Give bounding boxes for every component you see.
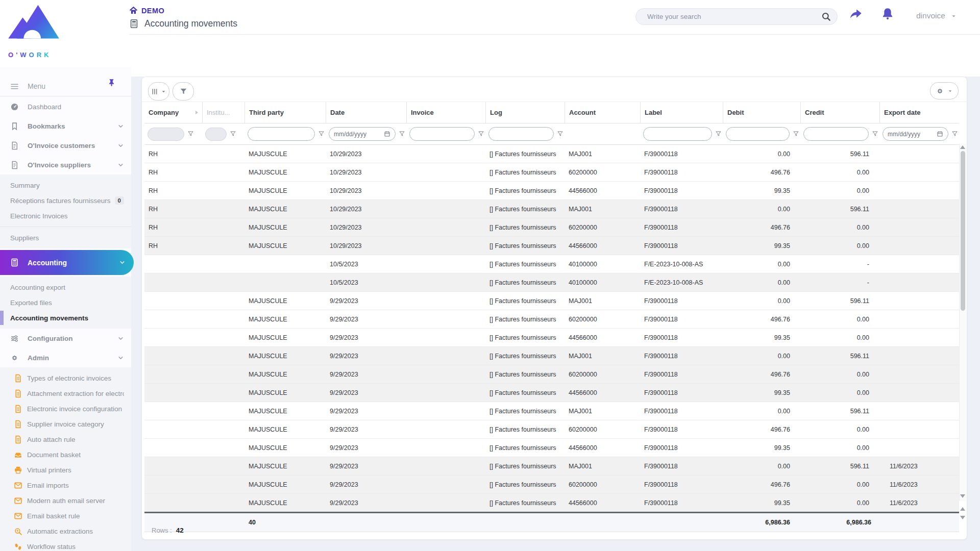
funnel-icon[interactable] <box>318 131 325 137</box>
calendar-icon[interactable] <box>937 131 943 137</box>
table-row[interactable]: RHMAJUSCULE10/29/2023[] Factures fournis… <box>144 145 959 163</box>
sidebar-item-auto-attach-rule[interactable]: Auto attach rule <box>0 432 131 447</box>
table-row[interactable]: MAJUSCULE9/29/2023[] Factures fournisseu… <box>144 384 959 402</box>
share-button[interactable] <box>849 8 864 23</box>
sidebar-item-virtual-printers[interactable]: Virtual printers <box>0 462 131 478</box>
filter-date-input[interactable]: mm/dd/yyyy <box>329 127 396 141</box>
funnel-icon[interactable] <box>715 131 722 137</box>
filter-text-input[interactable] <box>253 130 310 138</box>
table-row[interactable]: MAJUSCULE9/29/2023[] Factures fournisseu… <box>144 347 959 365</box>
column-header-account[interactable]: Account <box>565 102 640 123</box>
table-row[interactable]: 10/5/2023[] Factures fournisseurs4010000… <box>144 273 959 292</box>
totals-scroll-up-arrow[interactable] <box>960 507 965 511</box>
column-header-third-party[interactable]: Third party <box>244 102 326 123</box>
table-row[interactable]: MAJUSCULE9/29/2023[] Factures fournisseu… <box>144 292 959 310</box>
column-header-log[interactable]: Log <box>485 102 565 123</box>
column-header-label[interactable]: Label <box>640 102 723 123</box>
sidebar-item-document-basket[interactable]: Document basket <box>0 447 131 462</box>
vertical-scrollbar[interactable] <box>959 144 966 501</box>
cell: 99.35 <box>723 237 800 255</box>
sidebar-item-workflow-status[interactable]: Workflow status <box>0 539 131 551</box>
sidebar-item-supplier-invoice-category[interactable]: Supplier invoice category <box>0 416 131 432</box>
filter-text-input[interactable] <box>731 130 785 138</box>
sidebar-item-o-invoice-customers[interactable]: O'Invoice customers <box>0 136 131 155</box>
funnel-icon[interactable] <box>951 131 958 137</box>
user-menu[interactable]: dinvoice <box>916 11 957 20</box>
filter-text-input[interactable] <box>494 130 549 138</box>
table-row[interactable]: MAJUSCULE9/29/2023[] Factures fournisseu… <box>144 475 959 494</box>
sidebar-item-attachment-extraction-for-electron[interactable]: Attachment extraction for electron <box>0 386 131 401</box>
arrow-right-icon[interactable] <box>193 109 200 116</box>
sidebar-item-email-basket-rule[interactable]: Email basket rule <box>0 508 131 523</box>
column-header-company[interactable]: Company <box>144 102 202 123</box>
sidebar-item-accounting-movements[interactable]: Accounting movements <box>0 310 131 325</box>
funnel-icon[interactable] <box>793 131 799 137</box>
sidebar-item-electronic-invoices[interactable]: Electronic Invoices <box>0 208 131 223</box>
sidebar-item-o-invoice-suppliers[interactable]: O'Invoice suppliers <box>0 155 131 174</box>
search-icon[interactable] <box>821 12 831 21</box>
funnel-icon[interactable] <box>872 131 878 137</box>
funnel-icon[interactable] <box>399 131 405 137</box>
cell <box>202 402 244 420</box>
table-row[interactable]: RHMAJUSCULE10/29/2023[] Factures fournis… <box>144 182 959 200</box>
table-row[interactable]: RHMAJUSCULE10/29/2023[] Factures fournis… <box>144 218 959 237</box>
table-row[interactable]: RHMAJUSCULE10/29/2023[] Factures fournis… <box>144 163 959 182</box>
sidebar-item-exported-files[interactable]: Exported files <box>0 295 131 310</box>
sidebar-item-types-of-electronic-invoices[interactable]: Types of electronic invoices <box>0 370 131 386</box>
sidebar-item-bookmarks[interactable]: Bookmarks <box>0 116 131 136</box>
sidebar-item-accounting-export[interactable]: Accounting export <box>0 280 131 295</box>
breadcrumb[interactable]: DEMO <box>129 6 164 15</box>
sidebar-item-dashboard[interactable]: Dashboard <box>0 97 131 116</box>
column-header-invoice[interactable]: Invoice <box>406 102 485 123</box>
table-row[interactable]: 10/5/2023[] Factures fournisseurs4010000… <box>144 255 959 273</box>
table-header-row: CompanyInstitu...Third partyDateInvoiceL… <box>144 102 959 123</box>
columns-chooser-button[interactable] <box>148 82 169 101</box>
column-header-date[interactable]: Date <box>326 102 406 123</box>
sidebar-item-summary[interactable]: Summary <box>0 178 131 193</box>
totals-scroll-down-arrow[interactable] <box>960 516 965 519</box>
table-row[interactable]: MAJUSCULE9/29/2023[] Factures fournisseu… <box>144 310 959 329</box>
cell <box>202 439 244 457</box>
filter-date-input[interactable]: mm/dd/yyyy <box>883 127 948 141</box>
search-input[interactable] <box>646 12 821 21</box>
table-row[interactable]: MAJUSCULE9/29/2023[] Factures fournisseu… <box>144 365 959 384</box>
sidebar-item-suppliers[interactable]: Suppliers <box>0 230 131 245</box>
column-header-credit[interactable]: Credit <box>800 102 879 123</box>
table-settings-button[interactable] <box>930 82 959 99</box>
sidebar-item-automatic-extractions[interactable]: Automatic extractions <box>0 523 131 539</box>
column-header-export-date[interactable]: Export date <box>879 102 959 123</box>
column-header-debit[interactable]: Debit <box>723 102 800 123</box>
filter-text-input[interactable] <box>808 130 864 138</box>
scroll-down-arrow[interactable] <box>960 494 965 498</box>
sidebar-item-modern-auth-email-server[interactable]: Modern auth email server <box>0 493 131 508</box>
filter-text-input[interactable] <box>648 130 707 138</box>
column-header-institu-[interactable]: Institu... <box>202 102 244 123</box>
table-row[interactable]: MAJUSCULE9/29/2023[] Factures fournisseu… <box>144 420 959 439</box>
sidebar-item-email-imports[interactable]: Email imports <box>0 478 131 493</box>
cell: 10/29/2023 <box>326 237 406 255</box>
sidebar-item-admin[interactable]: Admin <box>0 348 131 367</box>
filter-text-input[interactable] <box>414 130 470 138</box>
calendar-icon[interactable] <box>384 131 390 137</box>
sidebar-item-configuration[interactable]: Configuration <box>0 329 131 348</box>
column-header-label: Third party <box>249 109 284 116</box>
funnel-icon[interactable] <box>230 131 236 137</box>
pin-sidebar-button[interactable] <box>107 78 118 89</box>
table-row[interactable]: RHMAJUSCULE10/29/2023[] Factures fournis… <box>144 200 959 218</box>
sidebar-item-r-ceptions-factures-fournisseurs[interactable]: Réceptions factures fournisseurs0 <box>0 193 131 208</box>
filter-toggle-button[interactable] <box>173 82 194 101</box>
scroll-up-arrow[interactable] <box>960 145 965 149</box>
table-row[interactable]: MAJUSCULE9/29/2023[] Factures fournisseu… <box>144 494 959 512</box>
scrollbar-thumb[interactable] <box>961 151 965 311</box>
sidebar-item-electronic-invoice-configuration[interactable]: Electronic invoice configuration <box>0 401 131 416</box>
funnel-icon[interactable] <box>557 131 564 137</box>
table-row[interactable]: MAJUSCULE9/29/2023[] Factures fournisseu… <box>144 402 959 420</box>
notifications-button[interactable] <box>881 7 896 22</box>
sidebar-item-accounting[interactable]: Accounting <box>0 250 134 275</box>
table-row[interactable]: MAJUSCULE9/29/2023[] Factures fournisseu… <box>144 457 959 475</box>
funnel-icon[interactable] <box>478 131 484 137</box>
funnel-icon[interactable] <box>187 131 194 137</box>
table-row[interactable]: MAJUSCULE9/29/2023[] Factures fournisseu… <box>144 329 959 347</box>
table-row[interactable]: MAJUSCULE9/29/2023[] Factures fournisseu… <box>144 439 959 457</box>
table-row[interactable]: RHMAJUSCULE10/29/2023[] Factures fournis… <box>144 237 959 255</box>
